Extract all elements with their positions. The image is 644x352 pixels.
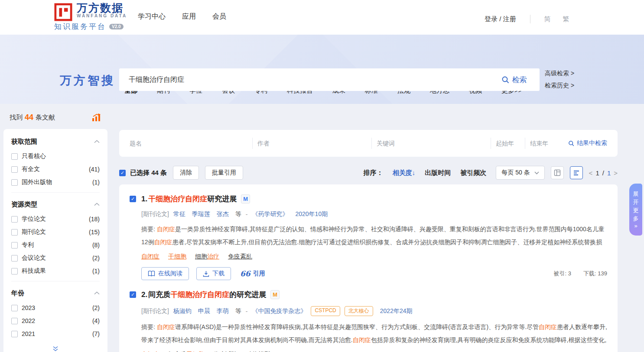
facet-option[interactable]: 只看核心 [11,150,100,163]
result-actions: 在线阅读 下载 66 引用 被引: 3 下载: 139 [130,267,607,280]
refine-filter-bar: 结果中检索 [119,130,618,157]
facet-section-title: 资源类型 [11,200,37,209]
logo[interactable]: 万方数据 WANFANG DATA [54,2,127,21]
author-link[interactable]: 杨淑钧 [173,307,192,314]
author-link[interactable]: 申晨 [198,307,210,314]
refine-field-input[interactable] [377,140,486,147]
checkbox-unchecked[interactable] [11,229,18,236]
field-divider [252,138,253,149]
facet-option[interactable]: 国外出版物 (1) [11,176,100,189]
collapse-icon[interactable] [94,291,100,295]
result-title-link[interactable]: 干细胞治疗自闭症研究进展 [148,194,237,204]
facet-option[interactable]: 期刊论文 (15) [11,226,100,239]
cite-button[interactable]: 66 引用 [240,270,265,278]
author-link[interactable]: 张杰 [217,210,229,217]
facet-option-count: (41) [89,166,100,173]
result-checkbox[interactable]: ✓ [130,196,136,202]
journal-link[interactable]: 《药学研究》 [252,210,288,218]
highlighted-text: 自闭症 [141,253,159,260]
checkbox-unchecked[interactable] [11,331,18,337]
journal-link[interactable]: 《中国免疫学杂志》 [252,307,306,315]
clear-selection-button[interactable]: 清除 [173,166,199,180]
grid-view-icon [554,169,561,176]
checkbox-unchecked[interactable] [11,166,18,173]
checkbox-unchecked[interactable] [11,268,18,274]
keyword-link[interactable]: 自闭症 [141,253,159,261]
author-link[interactable]: 李萌 [217,307,229,314]
lang-traditional[interactable]: 繁 [563,15,569,23]
refine-field-input[interactable] [496,140,520,147]
list-view-button[interactable] [570,166,583,179]
show-more-years-button[interactable] [11,344,100,352]
nav-item[interactable]: 会员 [212,12,226,21]
chevron-down-icon [534,171,539,174]
read-online-button[interactable]: 在线阅读 [141,267,189,280]
result-checkbox[interactable]: ✓ [130,291,136,298]
sort-option[interactable]: 出版时间 [425,169,451,177]
nav-item[interactable]: 应用 [182,12,196,21]
search-history-link[interactable]: 检索历史 > [545,82,574,90]
checkbox-unchecked[interactable] [11,318,18,324]
author-link[interactable]: 季瑞莲 [192,210,210,217]
download-button[interactable]: 下载 [196,267,231,280]
refine-field-input[interactable] [130,140,247,147]
issue-link[interactable]: 2020年10期 [295,210,328,218]
main-content: 结果中检索 ✓ 已选择 44 条 清除 批量引用 排序： 相关度↓出版时间被引频… [119,130,618,352]
next-page-button[interactable]: > [614,169,618,177]
checkbox-unchecked[interactable] [11,242,18,249]
search-in-results-button[interactable]: 结果中检索 [568,139,607,147]
facet-option-label: 2021 [22,330,35,337]
plain-text: 免疫紊乱 [228,253,252,260]
advanced-search-link[interactable]: 高级检索 > [545,70,574,78]
select-all-checkbox[interactable]: ✓ [119,170,126,176]
issue-link[interactable]: 2022年24期 [380,307,413,315]
prev-page-button[interactable]: < [589,169,593,177]
facet-option[interactable]: 专利 (8) [11,239,100,252]
login-register-link[interactable]: 登录 / 注册 [485,15,516,23]
keyword-link[interactable]: 细胞治疗 [195,253,219,261]
refine-field-input[interactable] [257,140,367,147]
search-button[interactable]: 检索 [488,68,540,91]
result-type-label: [期刊论文] [141,307,169,315]
collapse-icon[interactable] [94,203,100,206]
facet-option[interactable]: 会议论文 (2) [11,252,100,265]
facet-option[interactable]: 2021 (7) [11,327,100,340]
refine-field-input[interactable] [530,140,559,147]
facet-section-header[interactable]: 获取范围 [11,133,100,150]
batch-cite-button[interactable]: 批量引用 [205,166,243,180]
checkbox-unchecked[interactable] [11,255,18,262]
analytics-chart-icon[interactable] [92,113,101,122]
page-size-select[interactable]: 每页 50 条 [496,166,544,180]
facet-option[interactable]: 2023 (2) [11,301,100,314]
facet-option[interactable]: 学位论文 (18) [11,213,100,226]
sort-option[interactable]: 被引频次 [460,169,486,177]
facet-section-header[interactable]: 资源类型 [11,196,100,213]
facet-sidebar: 找到 44 条文献 获取范围 只看核心 有全文 (41) 国外出版物 (1) 资… [3,109,107,352]
grid-view-button[interactable] [551,166,564,179]
checkbox-unchecked[interactable] [11,153,18,160]
facet-option-label: 国外出版物 [22,178,52,186]
facet-section-header[interactable]: 年份 [11,285,100,301]
facet-option-count: (2) [92,255,100,262]
total-pages: 1 [607,169,611,177]
checkbox-unchecked[interactable] [11,305,18,311]
search-icon [568,140,574,146]
keyword-link[interactable]: 免疫紊乱 [228,253,252,261]
checkbox-unchecked[interactable] [11,216,18,223]
result-count-row: 找到 44 条文献 [3,109,107,126]
facet-option[interactable]: 2022 (4) [11,314,100,327]
m-badge: M [241,194,250,203]
expand-more-button[interactable]: 展开更多» [629,184,642,236]
nav-item[interactable]: 学习中心 [138,12,166,21]
search-input[interactable] [119,76,488,84]
author-link[interactable]: 常征 [173,210,185,217]
keyword-link[interactable]: 干细胞 [168,253,186,261]
sort-option[interactable]: 相关度↓ [393,169,416,177]
checkbox-unchecked[interactable] [11,179,18,186]
facet-option[interactable]: 有全文 (41) [11,163,100,176]
facet-option[interactable]: 科技成果 (1) [11,265,100,278]
collapse-icon[interactable] [94,140,100,143]
download-count: 下载: 139 [583,270,607,278]
lang-simplified[interactable]: 简 [544,15,551,23]
result-title-link[interactable]: 间充质干细胞治疗自闭症的研究进展 [148,290,266,300]
